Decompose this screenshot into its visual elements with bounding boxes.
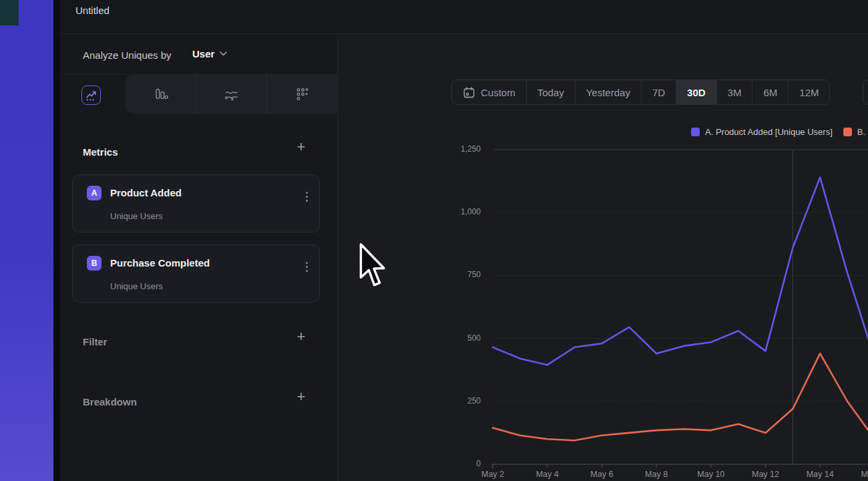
y-axis-tick-label: 250 xyxy=(432,396,481,406)
flows-icon xyxy=(223,86,240,103)
range-label: 6M xyxy=(763,87,777,98)
range-label: 3M xyxy=(728,87,742,98)
filter-header: Filter xyxy=(83,336,107,347)
app-screenshot: { "window": { "title": "Untitled" }, "si… xyxy=(0,0,868,481)
range-label: 7D xyxy=(652,87,665,98)
analyze-row: Analyze Uniques by User xyxy=(60,35,337,75)
metric-title: Product Added xyxy=(110,187,182,198)
app-window: Untitled Analyze Uniques by User xyxy=(60,0,868,481)
add-filter-button[interactable]: + xyxy=(294,329,308,344)
metric-card-b[interactable]: B Purchase Completed Unique Users xyxy=(72,245,320,303)
range-label: 12M xyxy=(799,87,819,98)
range-button-3m[interactable]: 3M xyxy=(717,80,753,104)
mouse-cursor xyxy=(359,243,389,289)
series-line[interactable] xyxy=(493,177,868,365)
range-label: Today xyxy=(537,87,564,98)
decorative-accent-strip xyxy=(0,0,53,481)
analyze-by-dropdown[interactable]: User xyxy=(192,48,227,59)
analyze-by-value[interactable]: User xyxy=(192,48,214,59)
line-chart-icon xyxy=(84,88,98,102)
metrics-header: Metrics xyxy=(83,146,118,158)
metric-subtitle[interactable]: Unique Users xyxy=(110,211,163,221)
background-gap xyxy=(53,0,60,481)
kebab-menu-icon[interactable] xyxy=(306,262,308,272)
series-line[interactable] xyxy=(493,353,868,440)
range-label: Custom xyxy=(481,87,515,98)
y-axis-tick-label: 1,250 xyxy=(432,144,481,154)
y-axis-tick-label: 750 xyxy=(432,270,481,279)
range-button-6m[interactable]: 6M xyxy=(752,80,789,104)
metric-title: Purchase Completed xyxy=(110,257,210,269)
y-axis-labels: 02505007501,0001,250 xyxy=(432,0,481,481)
add-breakdown-button[interactable]: + xyxy=(294,389,308,404)
tab-funnels[interactable] xyxy=(126,75,196,114)
analyze-uniques-label: Analyze Uniques by xyxy=(83,49,172,61)
range-button-today[interactable]: Today xyxy=(527,80,576,104)
query-sidebar: Analyze Uniques by User xyxy=(60,35,337,481)
metric-card-a[interactable]: A Product Added Unique Users xyxy=(72,174,320,232)
range-label: 30D xyxy=(687,87,706,98)
retention-grid-icon xyxy=(294,86,310,102)
legend-item[interactable]: B. Purchase Completed [Unique Users] xyxy=(843,127,868,137)
add-metric-button[interactable]: + xyxy=(294,140,308,154)
range-button-12m[interactable]: 12M xyxy=(789,80,829,104)
legend-swatch xyxy=(843,128,852,136)
legend-label: B. Purchase Completed [Unique Users] xyxy=(857,127,868,137)
range-button-7d[interactable]: 7D xyxy=(642,80,676,104)
metric-badge-a: A xyxy=(87,186,101,200)
tab-flows[interactable] xyxy=(196,75,267,114)
legend-item[interactable]: A. Product Added [Unique Users] xyxy=(691,127,833,137)
kebab-menu-icon[interactable] xyxy=(306,192,308,202)
y-axis-tick-label: 500 xyxy=(432,333,481,343)
decorative-corner-block xyxy=(0,0,19,25)
range-button-30d[interactable]: 30D xyxy=(676,80,717,104)
bar-chart-icon xyxy=(153,86,169,102)
view-tab-strip xyxy=(126,75,337,114)
tab-insights-line-chart[interactable] xyxy=(81,86,101,105)
chart-panel: CustomTodayYesterday7D30D3M6M12M Compare… xyxy=(337,35,868,481)
legend-swatch xyxy=(691,128,700,136)
report-title[interactable]: Untitled xyxy=(75,5,110,16)
range-label: Yesterday xyxy=(586,87,630,98)
chart-plot[interactable] xyxy=(491,148,868,481)
breakdown-header: Breakdown xyxy=(83,396,137,408)
tab-retention[interactable] xyxy=(267,75,337,114)
metric-badge-b: B xyxy=(87,256,101,271)
date-range-toolbar: CustomTodayYesterday7D30D3M6M12M xyxy=(451,79,830,105)
legend-label: A. Product Added [Unique Users] xyxy=(705,127,833,137)
y-axis-tick-label: 0 xyxy=(432,459,481,468)
chevron-down-icon xyxy=(220,51,227,56)
chart-legend: A. Product Added [Unique Users]B. Purcha… xyxy=(691,127,868,137)
range-button-yesterday[interactable]: Yesterday xyxy=(576,80,642,104)
compare-button[interactable]: Compare xyxy=(863,79,868,105)
y-axis-tick-label: 1,000 xyxy=(432,207,481,216)
metric-subtitle[interactable]: Unique Users xyxy=(110,281,163,291)
